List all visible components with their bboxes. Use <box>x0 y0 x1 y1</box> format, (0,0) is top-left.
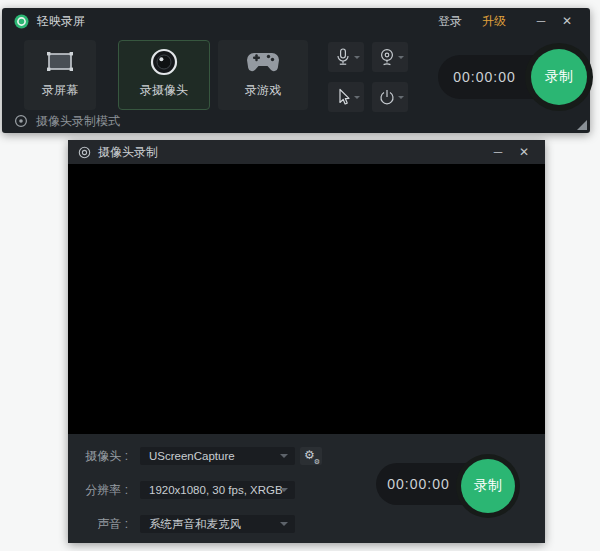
camera-window-title: 摄像头录制 <box>98 144 158 161</box>
sound-select[interactable]: 系统声音和麦克风 <box>140 515 295 533</box>
cursor-icon <box>336 88 350 106</box>
webcam-dropdown-button[interactable] <box>372 42 408 72</box>
power-icon <box>379 89 395 105</box>
mode-record-game-button[interactable]: 录游戏 <box>218 40 308 110</box>
camera-settings-button[interactable]: ⚙ ⚙ <box>300 447 322 465</box>
camera-select[interactable]: UScreenCapture <box>140 447 295 465</box>
power-dropdown-button[interactable] <box>372 82 408 112</box>
camera-preview <box>68 164 545 434</box>
camera-timer: 00:00:00 <box>376 476 461 492</box>
chevron-down-icon <box>280 522 288 526</box>
resolution-label: 分辨率 : <box>68 481 128 499</box>
record-mode-status-icon <box>14 114 28 128</box>
camera-label: 摄像头 : <box>68 447 128 465</box>
chevron-down-icon <box>398 96 404 99</box>
resize-grip[interactable] <box>577 120 587 130</box>
sound-select-value: 系统声音和麦克风 <box>149 518 241 530</box>
minimize-button[interactable]: ─ <box>530 14 552 28</box>
main-timer: 00:00:00 <box>438 69 531 85</box>
chevron-down-icon <box>280 488 288 492</box>
record-mode-status: 摄像头录制模式 <box>36 113 120 130</box>
sound-setting-row: 声音 : 系统声音和麦克风 <box>68 515 545 533</box>
gamepad-icon <box>219 41 307 82</box>
mode-label: 录摄像头 <box>140 82 188 99</box>
resolution-select[interactable]: 1920x1080, 30 fps, XRGB <box>140 481 295 499</box>
cursor-dropdown-button[interactable] <box>328 82 364 112</box>
chevron-down-icon <box>280 454 288 458</box>
resolution-select-value: 1920x1080, 30 fps, XRGB <box>149 484 283 496</box>
app-title: 轻映录屏 <box>37 13 85 30</box>
screen-icon <box>25 41 95 82</box>
microphone-dropdown-button[interactable] <box>328 42 364 72</box>
camera-titlebar: 摄像头录制 ─ ✕ <box>68 140 545 164</box>
mode-label: 录游戏 <box>245 82 281 99</box>
app-logo-icon <box>14 14 29 29</box>
camera-lens-icon <box>119 41 209 82</box>
record-mode-group: 录屏幕 录摄像头 录游戏 <box>24 40 308 110</box>
sound-label: 声音 : <box>68 515 128 533</box>
device-options-grid <box>328 42 408 112</box>
main-status-bar: 摄像头录制模式 <box>2 109 590 133</box>
microphone-icon <box>336 48 350 66</box>
main-titlebar: 轻映录屏 登录 升级 ─ ✕ <box>2 8 590 34</box>
camera-select-value: UScreenCapture <box>149 450 235 462</box>
camera-minimize-button[interactable]: ─ <box>487 145 509 159</box>
mode-label: 录屏幕 <box>42 82 78 99</box>
webcam-icon <box>379 48 395 66</box>
camera-record-button[interactable]: 录制 <box>461 459 515 513</box>
mode-record-screen-button[interactable]: 录屏幕 <box>24 40 96 110</box>
camera-lens-small-icon <box>78 146 91 159</box>
chevron-down-icon <box>398 56 404 59</box>
close-button[interactable]: ✕ <box>556 14 578 28</box>
camera-recording-window: 摄像头录制 ─ ✕ 摄像头 : UScreenCapture ⚙ ⚙ 分辨率 :… <box>68 140 545 543</box>
upgrade-link[interactable]: 升级 <box>482 13 506 30</box>
chevron-down-icon <box>354 56 360 59</box>
chevron-down-icon <box>354 96 360 99</box>
mode-record-camera-button[interactable]: 录摄像头 <box>118 40 210 110</box>
login-link[interactable]: 登录 <box>438 13 462 30</box>
main-record-button[interactable]: 录制 <box>531 49 587 105</box>
camera-close-button[interactable]: ✕ <box>513 145 535 159</box>
gear-small-icon: ⚙ <box>314 458 320 465</box>
main-recorder-window: 轻映录屏 登录 升级 ─ ✕ 录屏幕 <box>2 8 590 133</box>
